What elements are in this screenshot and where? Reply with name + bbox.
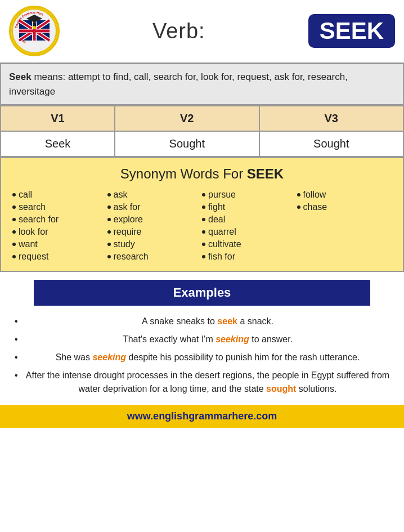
- verb-forms-table: V1 V2 V3 Seek Sought Sought: [0, 105, 404, 157]
- example-item-4: After the intense drought processes in t…: [11, 366, 393, 398]
- example-1-highlight: seek: [217, 316, 237, 326]
- list-item: chase: [297, 201, 392, 213]
- example-4-after: solutions.: [296, 384, 336, 394]
- list-item: ask for: [107, 201, 203, 213]
- logo-svg: English Grammar Here .Com: [11, 8, 57, 54]
- example-3-before: She was: [56, 352, 93, 362]
- list-item: quarrel: [202, 226, 297, 238]
- examples-header: Examples: [34, 280, 370, 306]
- examples-header-wrap: Examples: [0, 272, 404, 306]
- synonyms-col-1: call search search for look for want req…: [12, 189, 107, 263]
- list-item: request: [12, 251, 107, 263]
- verb-label: Verb:: [60, 19, 298, 43]
- example-2-highlight: seeking: [216, 334, 249, 344]
- synonyms-title-bold: SEEK: [247, 166, 284, 181]
- v2-value: Sought: [115, 131, 259, 157]
- list-item: call: [12, 189, 107, 201]
- example-3-after: despite his possibility to punish him fo…: [126, 352, 360, 362]
- v3-header: V3: [259, 106, 404, 131]
- definition-box: Seek means: attempt to find, call, searc…: [0, 63, 404, 105]
- v3-value: Sought: [259, 131, 404, 157]
- list-item: look for: [12, 226, 107, 238]
- footer-url: www.englishgrammarhere.com: [127, 410, 277, 422]
- footer: www.englishgrammarhere.com: [0, 405, 404, 428]
- synonyms-col-4: follow chase: [297, 189, 392, 263]
- example-2-after: to answer.: [249, 334, 293, 344]
- example-item-3: She was seeking despite his possibility …: [11, 348, 393, 366]
- logo: English Grammar Here .Com: [9, 6, 60, 56]
- synonyms-title: Synonym Words For SEEK: [7, 166, 397, 182]
- synonyms-section: Synonym Words For SEEK call search searc…: [0, 157, 404, 272]
- examples-list: A snake sneaks to seek a snack. That's e…: [11, 312, 393, 398]
- list-item: explore: [107, 213, 203, 226]
- example-item-2: That's exactly what I'm seeking to answe…: [11, 330, 393, 348]
- synonyms-grid: call search search for look for want req…: [7, 189, 397, 263]
- list-item: search: [12, 201, 107, 213]
- example-item-1: A snake sneaks to seek a snack.: [11, 312, 393, 330]
- list-item: follow: [297, 189, 392, 201]
- header: English Grammar Here .Com Verb: SEEK: [0, 0, 404, 63]
- example-2-before: That's exactly what I'm: [123, 334, 216, 344]
- synonyms-col-3: pursue fight deal quarrel cultivate fish…: [202, 189, 297, 263]
- list-item: study: [107, 238, 203, 251]
- definition-word: Seek: [9, 71, 32, 82]
- list-item: cultivate: [202, 238, 297, 251]
- example-1-before: A snake sneaks to: [142, 316, 217, 326]
- svg-point-12: [33, 26, 36, 29]
- definition-text: means: attempt to find, call, search for…: [9, 71, 348, 97]
- list-item: deal: [202, 213, 297, 226]
- synonyms-title-plain: Synonym Words For: [120, 166, 247, 181]
- example-1-after: a snack.: [237, 316, 273, 326]
- header-word: SEEK: [308, 14, 395, 48]
- v1-header: V1: [1, 106, 115, 131]
- examples-section: A snake sneaks to seek a snack. That's e…: [0, 306, 404, 405]
- v2-header: V2: [115, 106, 259, 131]
- synonyms-col-2: ask ask for explore require study resear…: [107, 189, 203, 263]
- list-item: search for: [12, 213, 107, 226]
- list-item: ask: [107, 189, 203, 201]
- list-item: fight: [202, 201, 297, 213]
- list-item: require: [107, 226, 203, 238]
- v1-value: Seek: [1, 131, 115, 157]
- list-item: want: [12, 238, 107, 251]
- example-3-highlight: seeking: [92, 352, 126, 362]
- list-item: fish for: [202, 251, 297, 263]
- list-item: pursue: [202, 189, 297, 201]
- list-item: research: [107, 251, 203, 263]
- example-4-highlight: sought: [266, 384, 296, 394]
